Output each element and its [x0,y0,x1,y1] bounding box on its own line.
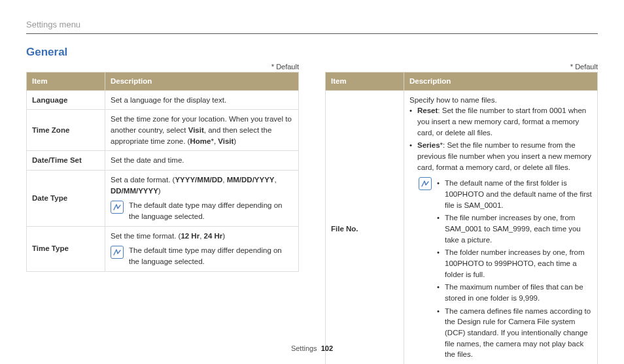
list-item: Series*: Set the file number to resume f… [409,140,592,173]
th-description: Description [105,73,299,91]
item-cell: Date/Time Set [27,151,105,171]
list-item: Reset: Set the file number to start from… [409,105,592,138]
item-cell: Time Zone [27,110,105,151]
settings-table-left: Item Description LanguageSet a language … [26,72,299,272]
list-item: The default name of the first folder is … [437,178,592,210]
th-item: Item [326,73,404,91]
desc-cell: Set a date format. (YYYY/MM/DD, MM/DD/YY… [105,171,299,227]
file-no-intro: Specify how to name files. [409,95,592,106]
section-title: General [26,46,598,59]
item-cell: Language [27,90,105,110]
th-description: Description [404,73,598,91]
list-item: The maximum number of files that can be … [437,282,592,303]
table-row: Date/Time SetSet the date and time. [27,151,299,171]
desc-cell: Set the date and time. [105,151,299,171]
table-row: File No. Specify how to name files. Rese… [326,90,598,364]
list-item: The folder number increases by one, from… [437,247,592,280]
default-note-left: * Default [26,63,299,71]
left-column: * Default Item Description LanguageSet a… [26,63,299,364]
breadcrumb: Settings menu [26,20,598,29]
footer-page: 102 [321,344,333,352]
item-cell: Date Type [27,171,105,227]
table-row: Time TypeSet the time format. (12 Hr, 24… [27,226,299,271]
desc-cell: Specify how to name files. Reset: Set th… [404,90,598,364]
default-note-right: * Default [325,63,598,71]
note-text: The default date type may differ dependi… [129,200,293,222]
footer-section: Settings [291,344,317,352]
note-text: The default time type may differ dependi… [129,245,293,267]
page-footer: Settings 102 [0,344,624,352]
th-item: Item [27,73,105,91]
list-item: The file number increases by one, from S… [437,212,592,245]
table-row: Time ZoneSet the time zone for your loca… [27,110,299,151]
item-cell: Time Type [27,226,105,271]
note-icon [111,246,124,259]
table-row: LanguageSet a language for the display t… [27,90,299,110]
divider [26,33,598,34]
desc-cell: Set the time zone for your location. Whe… [105,110,299,151]
desc-cell: Set a language for the display text. [105,90,299,110]
note-icon [111,201,124,214]
desc-cell: Set the time format. (12 Hr, 24 Hr)The d… [105,226,299,271]
table-row: Date TypeSet a date format. (YYYY/MM/DD,… [27,171,299,227]
note-icon [419,177,432,190]
settings-table-right: Item Description File No. Specify how to… [325,72,598,364]
right-column: * Default Item Description File No. Spec… [325,63,598,364]
item-cell: File No. [326,90,404,364]
